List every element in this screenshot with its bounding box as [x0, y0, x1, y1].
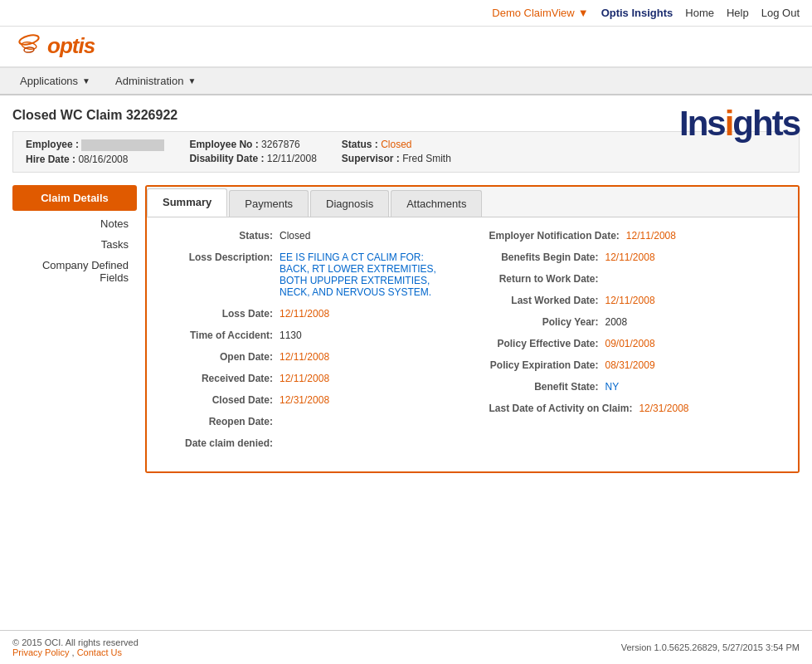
return-work-field: Return to Work Date:: [489, 273, 782, 285]
supervisor-label: Supervisor :: [342, 153, 400, 164]
loss-date-field: Loss Date: 12/11/2008: [163, 308, 456, 320]
top-navigation: Demo ClaimView ▼ Optis Insights Home Hel…: [0, 0, 812, 27]
loss-desc-field: Loss Description: EE IS FILING A CT CALI…: [163, 251, 456, 298]
footer-links: Privacy Policy , Contact Us: [12, 647, 139, 657]
claim-details-button[interactable]: Claim Details: [12, 185, 137, 211]
disability-date-value: 12/11/2008: [267, 153, 317, 164]
reopen-date-label: Reopen Date:: [163, 416, 280, 427]
hire-date-value: 08/16/2008: [78, 154, 128, 165]
closed-date-value: 12/31/2008: [280, 394, 329, 406]
policy-effective-value: 09/01/2008: [605, 338, 655, 349]
last-activity-label: Last Date of Activity on Claim:: [489, 403, 639, 414]
content-layout: Claim Details Notes Tasks Company Define…: [12, 185, 800, 473]
employee-label: Employee :: [26, 139, 79, 150]
benefit-state-field: Benefit State: NY: [489, 381, 782, 393]
open-date-value: 12/11/2008: [280, 351, 329, 363]
closed-date-field: Closed Date: 12/31/2008: [163, 394, 456, 406]
disability-date-label: Disability Date :: [189, 153, 264, 164]
loss-desc-label: Loss Description:: [163, 251, 280, 263]
employee-name-group: Employee : Hire Date : 08/16/2008: [26, 139, 164, 165]
status-field: Status: Closed: [163, 230, 456, 242]
insights-logo-text: Insights: [679, 104, 800, 143]
left-sidebar: Claim Details Notes Tasks Company Define…: [12, 185, 145, 473]
administration-label: Administration: [115, 75, 183, 87]
optis-insights-link[interactable]: Optis Insights: [601, 7, 673, 19]
demo-claimview-menu[interactable]: Demo ClaimView ▼: [492, 7, 588, 19]
policy-year-field: Policy Year: 2008: [489, 316, 782, 328]
tab-payments[interactable]: Payments: [229, 190, 309, 217]
closed-date-label: Closed Date:: [163, 394, 280, 406]
hire-date-label: Hire Date :: [26, 154, 75, 165]
last-worked-field: Last Worked Date: 12/11/2008: [489, 295, 782, 306]
status-value: Closed: [381, 139, 411, 150]
policy-effective-label: Policy Effective Date:: [489, 338, 605, 349]
tasks-link[interactable]: Tasks: [12, 234, 137, 255]
copyright-text: © 2015 OCI. All rights reserved: [12, 637, 139, 647]
open-date-field: Open Date: 12/11/2008: [163, 351, 456, 363]
applications-label: Applications: [20, 75, 78, 87]
demo-claimview-label: Demo ClaimView: [492, 7, 574, 19]
policy-expiration-label: Policy Expiration Date:: [489, 359, 605, 371]
summary-right-column: Employer Notification Date: 12/11/2008 B…: [489, 230, 782, 459]
administration-menu[interactable]: Administration ▼: [104, 68, 207, 94]
contact-us-link[interactable]: Contact Us: [77, 647, 122, 657]
svg-point-2: [24, 46, 34, 52]
help-link[interactable]: Help: [727, 7, 749, 19]
notes-link[interactable]: Notes: [12, 213, 137, 234]
employee-name: [81, 139, 164, 151]
footer: © 2015 OCI. All rights reserved Privacy …: [0, 630, 812, 664]
last-activity-field: Last Date of Activity on Claim: 12/31/20…: [489, 403, 782, 414]
secondary-navigation: Applications ▼ Administration ▼: [0, 68, 812, 95]
open-date-label: Open Date:: [163, 351, 280, 363]
privacy-policy-link[interactable]: Privacy Policy: [12, 647, 69, 657]
status-group: Status : Closed Supervisor : Fred Smith: [342, 139, 451, 165]
received-date-field: Received Date: 12/11/2008: [163, 373, 456, 384]
policy-year-value: 2008: [605, 316, 628, 328]
applications-arrow: ▼: [82, 76, 90, 85]
right-panel: Summary Payments Diagnosis Attachments S…: [145, 185, 800, 473]
logo-area: optis: [0, 27, 812, 68]
employer-notif-value: 12/11/2008: [626, 230, 676, 242]
applications-menu[interactable]: Applications ▼: [8, 68, 102, 94]
version-text: Version 1.0.5625.26829, 5/27/2015 3:54 P…: [621, 642, 800, 652]
demo-claimview-arrow: ▼: [578, 7, 589, 19]
benefits-begin-field: Benefits Begin Date: 12/11/2008: [489, 251, 782, 263]
reopen-date-field: Reopen Date:: [163, 416, 456, 427]
time-accident-field: Time of Accident: 1130: [163, 330, 456, 341]
tab-diagnosis[interactable]: Diagnosis: [310, 190, 389, 217]
emp-no-label: Employee No :: [189, 139, 258, 150]
status-field-label: Status:: [163, 230, 280, 242]
optis-swirl-icon: [12, 33, 46, 58]
loss-date-label: Loss Date:: [163, 308, 280, 320]
last-worked-label: Last Worked Date:: [489, 295, 605, 306]
benefit-state-value: NY: [605, 381, 620, 393]
status-field-value: Closed: [280, 230, 310, 242]
last-activity-value: 12/31/2008: [639, 403, 688, 414]
tab-summary[interactable]: Summary: [147, 188, 227, 217]
benefits-begin-value: 12/11/2008: [605, 251, 655, 263]
time-accident-label: Time of Accident:: [163, 330, 280, 341]
employer-notif-field: Employer Notification Date: 12/11/2008: [489, 230, 782, 242]
tabs-bar: Summary Payments Diagnosis Attachments: [147, 187, 798, 217]
policy-effective-field: Policy Effective Date: 09/01/2008: [489, 338, 782, 349]
received-date-value: 12/11/2008: [280, 373, 329, 384]
administration-arrow: ▼: [187, 76, 196, 85]
received-date-label: Received Date:: [163, 373, 280, 384]
status-label: Status :: [342, 139, 378, 150]
company-defined-fields-link[interactable]: Company Defined Fields: [12, 255, 137, 288]
return-work-label: Return to Work Date:: [489, 273, 605, 285]
optis-logo-text: optis: [47, 35, 95, 56]
time-accident-value: 1130: [280, 330, 302, 341]
loss-date-value: 12/11/2008: [280, 308, 329, 320]
policy-expiration-field: Policy Expiration Date: 08/31/2009: [489, 359, 782, 371]
benefit-state-label: Benefit State:: [489, 381, 605, 393]
benefits-begin-label: Benefits Begin Date:: [489, 251, 605, 263]
policy-expiration-value: 08/31/2009: [605, 359, 655, 371]
tab-attachments[interactable]: Attachments: [391, 190, 482, 217]
logout-link[interactable]: Log Out: [761, 7, 800, 19]
home-link[interactable]: Home: [685, 7, 714, 19]
policy-year-label: Policy Year:: [489, 316, 605, 328]
employer-notif-label: Employer Notification Date:: [489, 230, 626, 242]
loss-desc-value: EE IS FILING A CT CALIM FOR: BACK, RT LO…: [280, 251, 456, 298]
claim-denied-field: Date claim denied:: [163, 437, 456, 449]
